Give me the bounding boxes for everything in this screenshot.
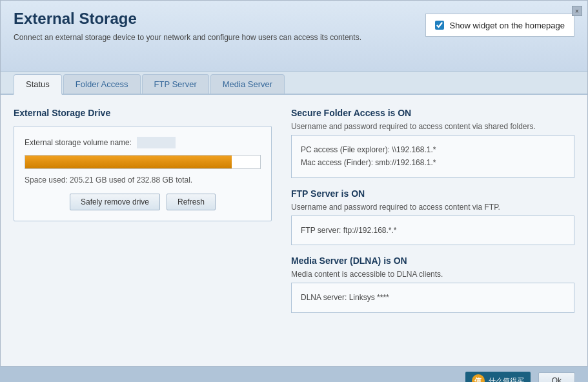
watermark-text: 什么值得买 — [489, 376, 524, 383]
show-widget-checkbox[interactable] — [435, 21, 444, 30]
media-server-desc: Media content is accessible to DLNA clie… — [291, 270, 574, 279]
button-row: Safely remove drive Refresh — [25, 194, 261, 210]
ok-button[interactable]: Ok — [538, 372, 575, 382]
secure-folder-title: Secure Folder Access is ON — [291, 108, 574, 118]
left-panel: External Storage Drive External storage … — [14, 108, 272, 353]
right-panel: Secure Folder Access is ON Username and … — [291, 108, 574, 353]
watermark-badge: 值 什么值得买 — [465, 372, 531, 382]
widget-checkbox-area: Show widget on the homepage — [425, 14, 574, 37]
watermark-icon: 值 — [472, 374, 485, 382]
main-content: External Storage Drive External storage … — [1, 95, 587, 366]
secure-folder-info-box: PC access (File explorer): \\192.168.1.*… — [291, 135, 574, 178]
media-server-title: Media Server (DLNA) is ON — [291, 256, 574, 266]
mac-access-line: Mac access (Finder): smb://192.168.1.* — [301, 156, 565, 169]
volume-label-row: External storage volume name: — [25, 137, 261, 148]
media-server-section: Media Server (DLNA) is ON Media content … — [291, 256, 574, 312]
tab-folder-access[interactable]: Folder Access — [63, 74, 141, 94]
page-subtitle: Connect an external storage device to yo… — [14, 33, 425, 42]
external-storage-section-title: External Storage Drive — [14, 108, 272, 118]
volume-label-text: External storage volume name: — [25, 138, 132, 147]
dlna-server-line: DLNA server: Linksys **** — [301, 291, 565, 304]
refresh-button[interactable]: Refresh — [167, 194, 216, 210]
title-bar: External Storage Connect an external sto… — [1, 1, 587, 72]
ftp-server-line: FTP server: ftp://192.168.*.* — [301, 224, 565, 237]
drive-box: External storage volume name: Space used… — [14, 126, 272, 221]
ftp-server-info-box: FTP server: ftp://192.168.*.* — [291, 216, 574, 245]
secure-folder-section: Secure Folder Access is ON Username and … — [291, 108, 574, 178]
close-button[interactable]: × — [572, 6, 582, 16]
space-info: Space used: 205.21 GB used of 232.88 GB … — [25, 176, 261, 185]
safely-remove-button[interactable]: Safely remove drive — [70, 194, 160, 210]
tab-status[interactable]: Status — [14, 74, 62, 95]
ftp-server-desc: Username and password required to access… — [291, 203, 574, 212]
page-title: External Storage — [14, 10, 425, 28]
secure-folder-desc: Username and password required to access… — [291, 122, 574, 131]
title-area: External Storage Connect an external sto… — [14, 10, 425, 42]
pc-access-line: PC access (File explorer): \\192.168.1.* — [301, 143, 565, 156]
bottom-watermark-bar: 值 什么值得买 Ok — [0, 367, 588, 382]
tab-ftp-server[interactable]: FTP Server — [142, 74, 209, 94]
media-server-info-box: DLNA server: Linksys **** — [291, 283, 574, 312]
tab-bar: Status Folder Access FTP Server Media Se… — [1, 72, 587, 95]
volume-name-display — [137, 137, 176, 148]
ftp-server-title: FTP Server is ON — [291, 188, 574, 199]
progress-container — [25, 155, 261, 169]
progress-bar-fill — [25, 156, 232, 168]
ftp-server-section: FTP Server is ON Username and password r… — [291, 188, 574, 245]
progress-bar-outer — [25, 155, 261, 169]
main-window: External Storage Connect an external sto… — [0, 0, 588, 367]
widget-label: Show widget on the homepage — [449, 21, 565, 30]
tab-media-server[interactable]: Media Server — [210, 74, 285, 94]
